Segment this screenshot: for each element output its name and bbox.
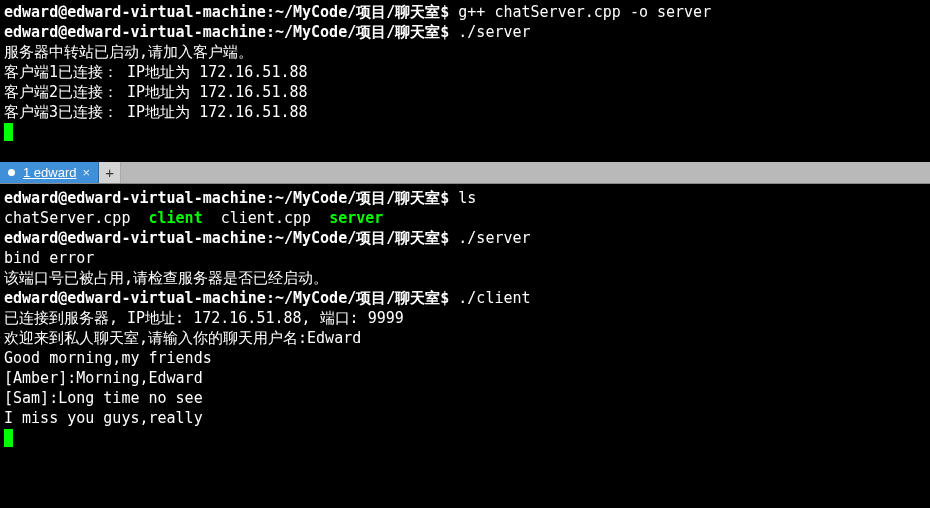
terminal-line: 欢迎来到私人聊天室,请输入你的聊天用户名:Edward — [4, 328, 926, 348]
terminal-line: 客户端2已连接： IP地址为 172.16.51.88 — [4, 82, 926, 102]
terminal-line: edward@edward-virtual-machine:~/MyCode/项… — [4, 228, 926, 248]
terminal-line: I miss you guys,really — [4, 408, 926, 428]
terminal-pane-top[interactable]: edward@edward-virtual-machine:~/MyCode/项… — [0, 0, 930, 162]
terminal-line: [Sam]:Long time no see — [4, 388, 926, 408]
shell-command: ./server — [449, 23, 530, 41]
terminal-line: edward@edward-virtual-machine:~/MyCode/项… — [4, 22, 926, 42]
terminal-line: edward@edward-virtual-machine:~/MyCode/项… — [4, 188, 926, 208]
shell-prompt: edward@edward-virtual-machine:~/MyCode/项… — [4, 189, 449, 207]
tab-bar: 1 edward × + — [0, 162, 930, 184]
shell-prompt: edward@edward-virtual-machine:~/MyCode/项… — [4, 23, 449, 41]
terminal-line: 客户端3已连接： IP地址为 172.16.51.88 — [4, 102, 926, 122]
plus-icon: + — [105, 163, 114, 183]
tab-label: 1 edward — [23, 163, 76, 183]
ls-output: chatServer.cpp — [4, 209, 149, 227]
terminal-line — [4, 122, 926, 142]
terminal-line: [Amber]:Morning,Edward — [4, 368, 926, 388]
shell-command: ./server — [449, 229, 530, 247]
shell-prompt: edward@edward-virtual-machine:~/MyCode/项… — [4, 289, 449, 307]
ls-executable: client — [149, 209, 203, 227]
terminal-line: Good morning,my friends — [4, 348, 926, 368]
terminal-line: chatServer.cpp client client.cpp server — [4, 208, 926, 228]
terminal-line: 服务器中转站已启动,请加入客户端。 — [4, 42, 926, 62]
terminal-line: edward@edward-virtual-machine:~/MyCode/项… — [4, 288, 926, 308]
terminal-line: 已连接到服务器, IP地址: 172.16.51.88, 端口: 9999 — [4, 308, 926, 328]
close-icon[interactable]: × — [82, 163, 90, 183]
cursor-icon — [4, 429, 13, 447]
terminal-line: 该端口号已被占用,请检查服务器是否已经启动。 — [4, 268, 926, 288]
shell-command: ./client — [449, 289, 530, 307]
shell-prompt: edward@edward-virtual-machine:~/MyCode/项… — [4, 229, 449, 247]
cursor-icon — [4, 123, 13, 141]
terminal-pane-bottom[interactable]: edward@edward-virtual-machine:~/MyCode/项… — [0, 184, 930, 448]
shell-prompt: edward@edward-virtual-machine:~/MyCode/项… — [4, 3, 449, 21]
terminal-line: edward@edward-virtual-machine:~/MyCode/项… — [4, 2, 926, 22]
ls-output: client.cpp — [203, 209, 329, 227]
shell-command: g++ chatServer.cpp -o server — [449, 3, 711, 21]
shell-command: ls — [449, 189, 476, 207]
add-tab-button[interactable]: + — [99, 162, 121, 183]
terminal-line: bind error — [4, 248, 926, 268]
terminal-line — [4, 428, 926, 448]
tab-indicator-icon — [8, 169, 15, 176]
ls-executable: server — [329, 209, 383, 227]
terminal-line: 客户端1已连接： IP地址为 172.16.51.88 — [4, 62, 926, 82]
tab-edward[interactable]: 1 edward × — [0, 162, 99, 183]
